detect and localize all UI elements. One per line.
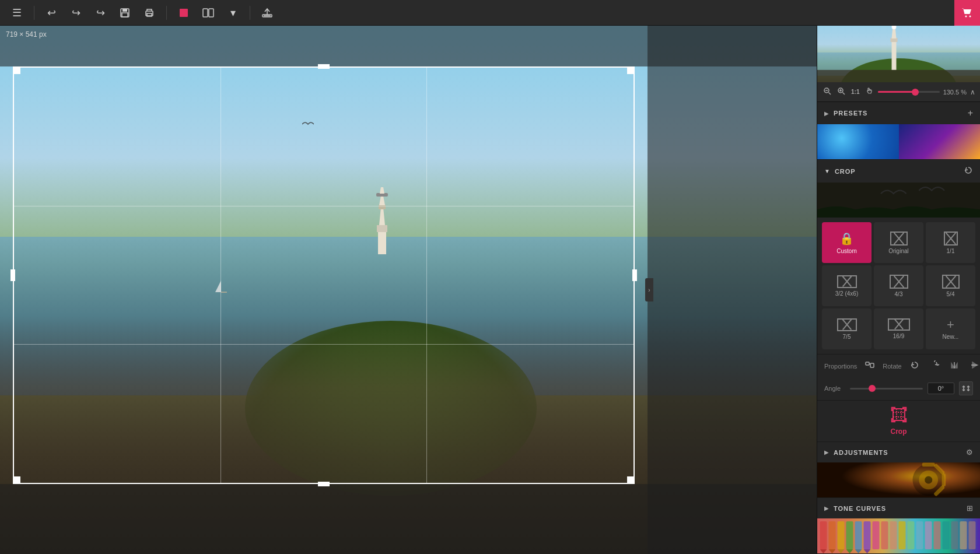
crop-ratio-5-4[interactable]: 5/4	[926, 265, 975, 306]
cart-button[interactable]	[954, 0, 980, 26]
crop-original-label: Original	[888, 248, 908, 254]
angle-expand-button[interactable]	[959, 381, 973, 395]
separator-3	[250, 6, 250, 20]
grid-line-v2	[426, 68, 427, 483]
print-button[interactable]	[139, 3, 159, 23]
sidebar-collapse-button[interactable]: ›	[645, 278, 653, 301]
svg-rect-77	[925, 521, 932, 549]
crop-handle-bottom-right[interactable]	[627, 476, 634, 483]
crop-apply-icon	[891, 406, 907, 426]
svg-rect-74	[899, 521, 906, 549]
split-view-button[interactable]	[198, 3, 218, 23]
crop-3-2-icon	[837, 275, 857, 288]
svg-line-32	[843, 93, 845, 95]
zoom-slider[interactable]	[878, 91, 939, 93]
crop-handle-top-left[interactable]	[13, 67, 20, 74]
undo-button[interactable]: ↩	[41, 3, 61, 23]
flip-vertical-button[interactable]	[967, 359, 980, 373]
tone-curves-title: TONE CURVES	[834, 505, 962, 512]
crop-handle-bottom-left[interactable]	[13, 476, 20, 483]
presets-add-button[interactable]: +	[968, 108, 973, 118]
svg-rect-61	[829, 521, 836, 549]
svg-rect-67	[855, 521, 862, 549]
crop-collapse-arrow: ▼	[824, 168, 830, 174]
crop-apply-button[interactable]: Crop	[891, 406, 907, 436]
crop-new-icon: +	[947, 318, 954, 331]
crop-handle-bottom-mid[interactable]	[318, 482, 330, 486]
presets-thumbnail-strip	[817, 124, 980, 159]
svg-rect-5	[180, 9, 188, 17]
zoom-out-button[interactable]	[822, 86, 832, 98]
crop-handle-top-mid[interactable]	[318, 64, 330, 69]
presets-section-header[interactable]: ▶ PRESETS +	[817, 102, 980, 124]
adjustments-settings-icon: ⚙	[966, 448, 973, 457]
crop-ratio-original[interactable]: Original	[874, 222, 923, 263]
right-panel: 1:1 130.5 % ∧ ▶ PRESETS +	[817, 26, 980, 554]
tone-curves-thumbnail-strip	[817, 518, 980, 553]
svg-rect-54	[922, 463, 935, 467]
crop-ratio-1-1[interactable]: 1/1	[926, 222, 975, 263]
rotate-ccw-button[interactable]	[908, 359, 922, 373]
svg-rect-69	[864, 521, 871, 549]
svg-rect-63	[838, 521, 845, 549]
crop-ratio-3-2[interactable]: 3/2 (4x6)	[822, 265, 872, 306]
crop-handle-right-mid[interactable]	[632, 269, 637, 281]
angle-input[interactable]	[928, 383, 954, 394]
crop-section-header[interactable]: ▼ CROP	[817, 160, 980, 183]
proportions-label: Proportions	[824, 363, 857, 370]
crop-apply-row: Crop	[817, 400, 980, 441]
crop-handle-left-mid[interactable]	[10, 269, 15, 281]
single-view-button[interactable]	[174, 3, 194, 23]
svg-rect-2	[122, 13, 128, 17]
crop-ratio-16-9[interactable]: 16/9	[874, 308, 923, 349]
zoom-slider-thumb	[912, 89, 919, 96]
zoom-slider-fill	[878, 91, 915, 93]
svg-rect-7	[209, 9, 214, 17]
proportions-icon-button[interactable]	[863, 359, 877, 373]
preset-thumb-2	[899, 124, 981, 159]
toolbar: ☰ ↩ ↪ ↪ ▾	[0, 0, 980, 26]
svg-rect-23	[892, 41, 897, 70]
zoom-percent-label: 130.5 %	[943, 89, 967, 96]
crop-5-4-label: 5/4	[947, 291, 955, 297]
crop-custom-label: Custom	[836, 248, 856, 254]
zoom-fit-button[interactable]	[836, 86, 846, 98]
adjustments-section-header[interactable]: ▶ ADJUSTMENTS ⚙	[817, 442, 980, 462]
save-button[interactable]	[115, 3, 135, 23]
zoom-expand-button[interactable]: ∧	[970, 88, 975, 96]
svg-point-53	[925, 476, 932, 483]
crop-ratio-7-5[interactable]: 7/5	[822, 308, 872, 349]
tone-curves-section-header[interactable]: ▶ TONE CURVES ⊞	[817, 498, 980, 518]
separator-1	[34, 6, 34, 20]
crop-box[interactable]	[13, 66, 635, 484]
view-options-button[interactable]: ▾	[223, 3, 243, 23]
crop-reset-button[interactable]	[964, 166, 973, 177]
svg-rect-78	[934, 521, 941, 549]
export-button[interactable]	[257, 3, 277, 23]
svg-marker-42	[972, 365, 977, 368]
svg-point-9	[965, 15, 967, 17]
undo-back-button[interactable]: ↪	[66, 3, 86, 23]
crop-title: CROP	[835, 168, 959, 175]
flip-horizontal-button[interactable]	[947, 359, 961, 373]
zoom-hand-button[interactable]	[864, 86, 874, 98]
zoom-controls: 1:1 130.5 % ∧	[817, 82, 980, 102]
crop-4-3-label: 4/3	[895, 291, 903, 297]
grid-line-h1	[14, 206, 634, 206]
angle-slider[interactable]	[850, 388, 923, 390]
crop-handle-top-right[interactable]	[627, 67, 634, 74]
angle-slider-thumb	[869, 385, 876, 392]
crop-ratio-4-3[interactable]: 4/3	[874, 265, 923, 306]
menu-button[interactable]: ☰	[7, 3, 27, 23]
crop-ratio-custom[interactable]: 🔒 Custom	[822, 222, 872, 263]
presets-title: PRESETS	[834, 110, 963, 117]
crop-3-2-label: 3/2 (4x6)	[835, 290, 858, 297]
svg-rect-75	[908, 521, 915, 549]
canvas-area[interactable]: 719 × 541 px ›	[0, 26, 817, 554]
crop-16-9-icon	[888, 318, 910, 331]
redo-button[interactable]: ↪	[90, 3, 110, 23]
crop-1-1-label: 1/1	[947, 248, 955, 254]
zoom-100-button[interactable]: 1:1	[850, 87, 860, 96]
crop-ratio-new[interactable]: + New...	[926, 308, 975, 349]
rotate-cw-button[interactable]	[928, 359, 942, 373]
